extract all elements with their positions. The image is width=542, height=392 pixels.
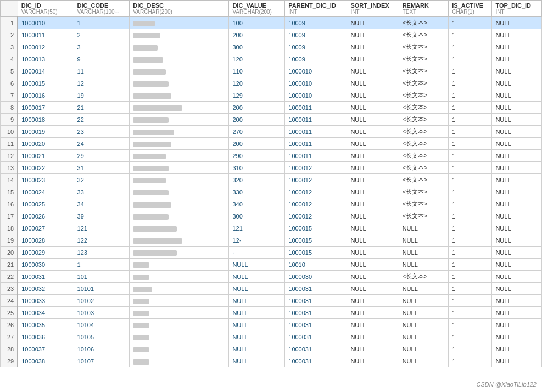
- col-header-parent-dic-id[interactable]: PARENT_DIC_ID INT: [285, 1, 347, 17]
- cell-sort-index: NULL: [347, 150, 399, 162]
- col-header-top-dic-id[interactable]: TOP_DIC_ID INT: [492, 1, 542, 17]
- table-row[interactable]: 111000020242001000011NULL<长文本>1NULL: [1, 138, 542, 150]
- cell-sort-index: NULL: [347, 307, 399, 319]
- cell-remark: <长文本>: [399, 210, 449, 222]
- cell-is-active: 1: [449, 126, 492, 138]
- cell-dic-id: 1000032: [18, 283, 74, 295]
- cell-dic-value: 310: [229, 162, 285, 174]
- cell-remark: <长文本>: [399, 126, 449, 138]
- cell-dic-desc: [130, 29, 229, 41]
- cell-parent-dic-id: 1000015: [285, 247, 347, 259]
- table-row[interactable]: 171000026393001000012NULL<长文本>1NULL: [1, 210, 542, 222]
- cell-parent-dic-id: 1000012: [285, 186, 347, 198]
- table-row[interactable]: 151000024333301000012NULL<长文本>1NULL: [1, 186, 542, 198]
- cell-remark: <长文本>: [399, 89, 449, 102]
- table-row[interactable]: 19100002812212·1000015NULLNULL1NULL: [1, 234, 542, 247]
- cell-dic-desc: [130, 355, 229, 367]
- table-row[interactable]: 21000011220010009NULL<长文本>1NULL: [1, 29, 542, 41]
- cell-dic-value: 200: [229, 102, 285, 114]
- table-row[interactable]: 41000013912010009NULL<长文本>1NULL: [1, 53, 542, 65]
- row-number: 7: [1, 89, 18, 102]
- table-row[interactable]: 26100003510104NULL1000031NULLNULL1NULL: [1, 319, 542, 331]
- cell-top-dic-id: NULL: [492, 77, 542, 89]
- cell-sort-index: NULL: [347, 162, 399, 174]
- col-header-dic-code[interactable]: DIC_CODE VARCHAR(100···: [74, 1, 130, 17]
- cell-dic-code: 3: [74, 41, 130, 53]
- table-row[interactable]: 61000015121201000010NULL<长文本>1NULL: [1, 77, 542, 89]
- cell-dic-id: 1000011: [18, 29, 74, 41]
- cell-top-dic-id: NULL: [492, 29, 542, 41]
- col-header-dic-desc[interactable]: DIC_DESC VARCHAR(200): [130, 1, 229, 17]
- table-row[interactable]: 221000031101NULL1000030NULL<长文本>1NULL: [1, 271, 542, 283]
- table-row[interactable]: 25100003410103NULL1000031NULLNULL1NULL: [1, 307, 542, 319]
- col-header-dic-value[interactable]: DIC_VALUE VARCHAR(200): [229, 1, 285, 17]
- table-row[interactable]: 161000025343401000012NULL<长文本>1NULL: [1, 198, 542, 210]
- cell-top-dic-id: NULL: [492, 65, 542, 77]
- table-row[interactable]: 31000012330010009NULL<长文本>1NULL: [1, 41, 542, 53]
- cell-sort-index: NULL: [347, 283, 399, 295]
- table-row[interactable]: 28100003710106NULL1000031NULLNULL1NULL: [1, 343, 542, 355]
- cell-dic-id: 1000016: [18, 89, 74, 102]
- cell-dic-code: 33: [74, 186, 130, 198]
- col-header-dic-id[interactable]: DIC_ID VARCHAR(50): [18, 1, 74, 17]
- cell-dic-value: NULL: [229, 283, 285, 295]
- cell-is-active: 1: [449, 53, 492, 65]
- table-row[interactable]: 29100003810107NULL1000031NULLNULL1NULL: [1, 355, 542, 367]
- row-number: 14: [1, 174, 18, 186]
- col-header-is-active[interactable]: IS_ACTIVE CHAR(1): [449, 1, 492, 17]
- table-row[interactable]: 131000022313101000012NULL<长文本>1NULL: [1, 162, 542, 174]
- cell-remark: NULL: [399, 355, 449, 367]
- cell-top-dic-id: NULL: [492, 17, 542, 29]
- cell-sort-index: NULL: [347, 331, 399, 343]
- table-row[interactable]: 27100003610105NULL1000031NULLNULL1NULL: [1, 331, 542, 343]
- cell-sort-index: NULL: [347, 114, 399, 126]
- cell-dic-value: 330: [229, 186, 285, 198]
- col-header-sort-index[interactable]: SORT_INDEX INT: [347, 1, 399, 17]
- cell-dic-id: 1000028: [18, 234, 74, 247]
- cell-is-active: 1: [449, 343, 492, 355]
- cell-top-dic-id: NULL: [492, 102, 542, 114]
- cell-dic-code: 31: [74, 162, 130, 174]
- cell-dic-id: 1000010: [18, 17, 74, 29]
- row-number: 8: [1, 102, 18, 114]
- cell-dic-value: 12·: [229, 234, 285, 247]
- table-row[interactable]: 2110000301NULL10010NULLNULL1NULL: [1, 259, 542, 271]
- cell-dic-value: 200: [229, 29, 285, 41]
- cell-dic-code: 10103: [74, 307, 130, 319]
- cell-parent-dic-id: 1000031: [285, 343, 347, 355]
- row-number: 13: [1, 162, 18, 174]
- table-row[interactable]: 71000016191291000010NULL<长文本>1NULL: [1, 89, 542, 102]
- cell-top-dic-id: NULL: [492, 307, 542, 319]
- table-row[interactable]: 23100003210101NULL1000031NULLNULL1NULL: [1, 283, 542, 295]
- table-row[interactable]: 121000021292901000011NULL<长文本>1NULL: [1, 150, 542, 162]
- table-row[interactable]: 1810000271211211000015NULLNULL1NULL: [1, 222, 542, 234]
- table-row[interactable]: 11000010110010009NULL<长文本>1NULL: [1, 17, 542, 29]
- cell-parent-dic-id: 1000031: [285, 283, 347, 295]
- cell-sort-index: NULL: [347, 53, 399, 65]
- cell-is-active: 1: [449, 41, 492, 53]
- table-row[interactable]: 81000017212001000011NULL<长文本>1NULL: [1, 102, 542, 114]
- table-row[interactable]: 201000029123·1000015NULLNULL1NULL: [1, 247, 542, 259]
- cell-sort-index: NULL: [347, 198, 399, 210]
- table-row[interactable]: 24100003310102NULL1000031NULLNULL1NULL: [1, 295, 542, 307]
- cell-parent-dic-id: 1000012: [285, 198, 347, 210]
- row-number: 25: [1, 307, 18, 319]
- table-row[interactable]: 51000014111101000010NULL<长文本>1NULL: [1, 65, 542, 77]
- cell-dic-id: 1000033: [18, 295, 74, 307]
- col-header-remark[interactable]: REMARK TEXT: [399, 1, 449, 17]
- cell-dic-value: 320: [229, 174, 285, 186]
- table-row[interactable]: 141000023323201000012NULL<长文本>1NULL: [1, 174, 542, 186]
- cell-parent-dic-id: 1000010: [285, 65, 347, 77]
- cell-top-dic-id: NULL: [492, 114, 542, 126]
- cell-dic-code: 11: [74, 65, 130, 77]
- cell-parent-dic-id: 1000012: [285, 210, 347, 222]
- cell-dic-value: NULL: [229, 331, 285, 343]
- cell-dic-value: 200: [229, 114, 285, 126]
- data-table-container[interactable]: DIC_ID VARCHAR(50) DIC_CODE VARCHAR(100·…: [0, 0, 542, 392]
- table-row[interactable]: 101000019232701000011NULL<长文本>1NULL: [1, 126, 542, 138]
- cell-parent-dic-id: 1000031: [285, 295, 347, 307]
- table-row[interactable]: 91000018222001000011NULL<长文本>1NULL: [1, 114, 542, 126]
- cell-is-active: 1: [449, 114, 492, 126]
- row-number: 9: [1, 114, 18, 126]
- cell-dic-desc: [130, 247, 229, 259]
